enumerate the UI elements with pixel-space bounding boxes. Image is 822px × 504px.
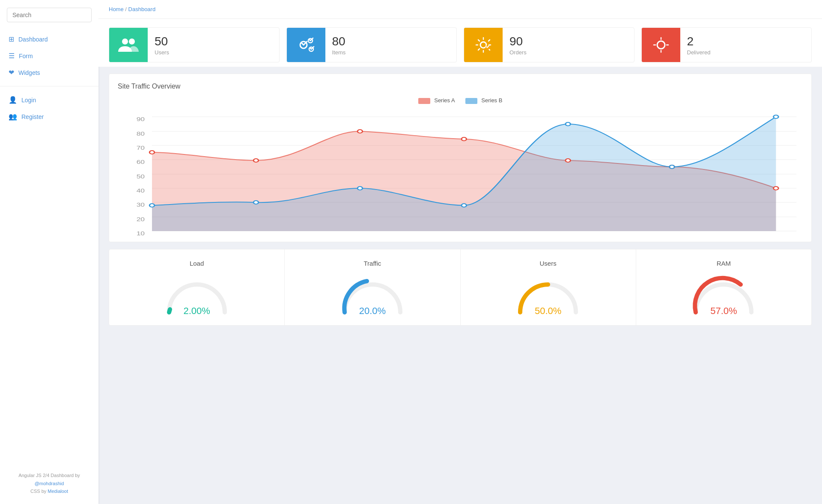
legend-dot-b bbox=[465, 98, 477, 104]
svg-point-1 bbox=[129, 39, 135, 44]
svg-point-46 bbox=[774, 115, 779, 119]
legend-series-a: Series A bbox=[418, 97, 455, 104]
gauge-title-ram: RAM bbox=[717, 260, 731, 267]
chart-svg: 10 20 30 40 50 60 70 80 90 bbox=[118, 109, 803, 237]
dashboard-icon: ⊞ bbox=[9, 35, 14, 43]
legend-dot-a bbox=[418, 98, 430, 104]
gauge-card-traffic: Traffic 20.0% bbox=[285, 249, 460, 325]
footer-link2[interactable]: Medialoot bbox=[48, 489, 68, 494]
stat-label-orders: Orders bbox=[509, 49, 527, 56]
sidebar-item-dashboard[interactable]: ⊞ Dashboard bbox=[0, 31, 98, 47]
svg-point-42 bbox=[357, 187, 363, 190]
sidebar-divider bbox=[0, 86, 98, 86]
sidebar-nav-main: ⊞ Dashboard ☰ Form ❤ Widgets 👤 Login 👥 R… bbox=[0, 31, 98, 127]
sidebar-item-label-form: Form bbox=[19, 53, 33, 59]
stat-label-items: Items bbox=[332, 49, 346, 56]
register-icon: 👥 bbox=[9, 113, 17, 121]
svg-point-33 bbox=[149, 151, 155, 154]
svg-text:10: 10 bbox=[137, 230, 145, 236]
breadcrumb-separator: / bbox=[125, 6, 127, 12]
stat-icon-users bbox=[109, 28, 148, 62]
sidebar: ⊞ Dashboard ☰ Form ❤ Widgets 👤 Login 👥 R… bbox=[0, 0, 98, 504]
gauge-value-ram: 57.0% bbox=[710, 305, 737, 317]
gauge-container-users: 50.0% bbox=[514, 274, 582, 317]
chart-container: 10 20 30 40 50 60 70 80 90 bbox=[118, 109, 803, 237]
svg-point-5 bbox=[480, 42, 486, 48]
stat-card-orders: 90 Orders bbox=[464, 27, 634, 62]
svg-point-40 bbox=[149, 204, 155, 207]
sidebar-nav-group-auth: 👤 Login 👥 Register bbox=[0, 92, 98, 125]
form-icon: ☰ bbox=[9, 52, 15, 60]
gauge-card-load: Load 2.00% bbox=[109, 249, 285, 325]
svg-point-41 bbox=[253, 201, 259, 204]
gauge-container-traffic: 20.0% bbox=[338, 274, 407, 317]
svg-point-43 bbox=[462, 204, 467, 207]
svg-text:20: 20 bbox=[137, 216, 145, 222]
sidebar-item-label-register: Register bbox=[21, 113, 44, 120]
sidebar-footer: Angular JS 2/4 Dashboard by @mohdrashid … bbox=[0, 471, 98, 495]
chart-section: Site Traffic Overview Series A Series B … bbox=[109, 74, 812, 242]
sidebar-item-register[interactable]: 👥 Register bbox=[0, 108, 98, 125]
gauge-card-users: Users 50.0% bbox=[461, 249, 636, 325]
stats-row: 50 Users 80 Items bbox=[98, 19, 822, 67]
svg-point-39 bbox=[774, 187, 779, 190]
chart-legend: Series A Series B bbox=[118, 97, 803, 104]
sidebar-item-form[interactable]: ☰ Form bbox=[0, 47, 98, 64]
stat-icon-delivered bbox=[642, 28, 680, 62]
svg-text:90: 90 bbox=[137, 116, 145, 122]
svg-point-7 bbox=[657, 41, 665, 49]
svg-text:30: 30 bbox=[137, 202, 145, 208]
stat-number-orders: 90 bbox=[509, 34, 527, 49]
svg-point-35 bbox=[357, 130, 363, 133]
gauge-title-traffic: Traffic bbox=[363, 260, 381, 267]
stat-card-users: 50 Users bbox=[109, 27, 280, 62]
svg-point-0 bbox=[122, 39, 128, 44]
legend-label-b: Series B bbox=[481, 97, 502, 104]
svg-text:70: 70 bbox=[137, 145, 145, 151]
delivered-icon bbox=[652, 36, 670, 53]
search-input[interactable] bbox=[7, 8, 92, 22]
sidebar-item-widgets[interactable]: ❤ Widgets bbox=[0, 64, 98, 81]
breadcrumb-current: Dashboard bbox=[128, 6, 156, 12]
svg-text:60: 60 bbox=[137, 159, 145, 165]
svg-text:40: 40 bbox=[137, 187, 145, 193]
footer-link1[interactable]: @mohdrashid bbox=[35, 481, 64, 486]
svg-point-36 bbox=[462, 137, 467, 141]
stat-text-orders: 90 Orders bbox=[503, 34, 533, 56]
gauge-card-ram: RAM 57.0% bbox=[636, 249, 811, 325]
stat-label-users: Users bbox=[155, 49, 169, 56]
svg-point-34 bbox=[253, 159, 259, 162]
items-icon bbox=[296, 36, 316, 53]
gauge-title-users: Users bbox=[540, 260, 557, 267]
users-icon bbox=[118, 36, 139, 53]
stat-icon-orders bbox=[464, 28, 503, 62]
stat-number-items: 80 bbox=[332, 34, 346, 49]
stat-text-users: 50 Users bbox=[148, 34, 176, 56]
gauge-title-load: Load bbox=[190, 260, 204, 267]
widgets-icon: ❤ bbox=[9, 68, 14, 77]
sidebar-item-label-login: Login bbox=[21, 97, 36, 104]
stat-number-delivered: 2 bbox=[687, 34, 711, 49]
footer-line1: Angular JS 2/4 Dashboard by bbox=[18, 473, 80, 478]
gauge-value-load: 2.00% bbox=[183, 305, 210, 317]
stat-label-delivered: Delivered bbox=[687, 49, 711, 56]
breadcrumb-home[interactable]: Home bbox=[109, 6, 124, 12]
legend-label-a: Series A bbox=[434, 97, 455, 104]
orders-icon bbox=[475, 36, 492, 53]
breadcrumb: Home / Dashboard bbox=[98, 0, 822, 19]
sidebar-item-label-widgets: Widgets bbox=[18, 69, 40, 76]
sidebar-item-label-dashboard: Dashboard bbox=[18, 36, 48, 43]
svg-text:50: 50 bbox=[137, 173, 145, 179]
gauges-row: Load 2.00% Traffic 20.0% Users bbox=[109, 249, 812, 326]
sidebar-item-login[interactable]: 👤 Login bbox=[0, 92, 98, 108]
gauge-container-ram: 57.0% bbox=[689, 274, 758, 317]
stat-card-delivered: 2 Delivered bbox=[641, 27, 812, 62]
svg-point-37 bbox=[566, 159, 571, 162]
stat-card-items: 80 Items bbox=[286, 27, 457, 62]
chart-title: Site Traffic Overview bbox=[118, 83, 803, 90]
gauge-container-load: 2.00% bbox=[163, 274, 231, 317]
stat-icon-items bbox=[287, 28, 325, 62]
gauge-value-users: 50.0% bbox=[535, 305, 561, 317]
main-content: Home / Dashboard 50 Users bbox=[98, 0, 822, 504]
svg-text:80: 80 bbox=[137, 130, 145, 136]
